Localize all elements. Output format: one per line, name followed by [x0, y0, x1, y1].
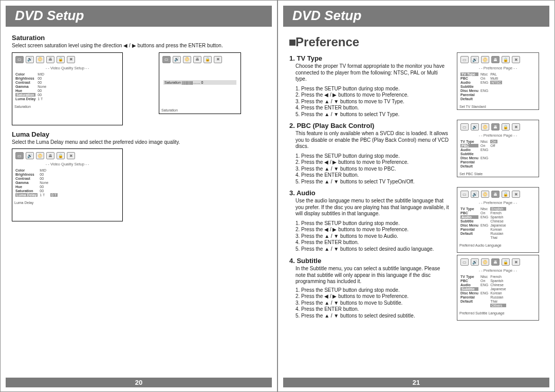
osd-header-text: - - Video Quality Setup - - — [14, 65, 120, 71]
luma-desc: Select the Luma Delay menu and select th… — [12, 139, 266, 146]
tv-icon: ▭ — [460, 123, 469, 130]
audio-title: 3. Audio — [289, 189, 453, 197]
tv-icon: ▭ — [15, 152, 24, 159]
osd-footer-2: Luma Delay — [14, 198, 120, 204]
page-left: DVD Setup Saturation Select screen satur… — [0, 0, 278, 392]
tv-type-title: 1. TV Type — [289, 54, 453, 62]
subtitle-desc: In the Subtitle menu, you can select a s… — [289, 266, 453, 285]
osd-header-text-2: - - Video Quality Setup - - — [14, 161, 120, 167]
audio-steps: 1. Press the SETUP button during stop mo… — [289, 220, 453, 253]
gear-icon: 🖶 — [491, 258, 499, 266]
gear-icon: 🖶 — [46, 152, 54, 159]
osd-tv-type: ▭🔊📀🖶🔒✖ - - Preference Page - - TV Type P… — [457, 52, 539, 110]
close-icon: ✖ — [512, 56, 520, 63]
close-icon: ✖ — [512, 191, 520, 198]
video-icon: 📀 — [36, 56, 44, 63]
osd-pbc: ▭🔊📀🖶🔒✖ - - Preference Page - - TV Type P… — [457, 120, 539, 177]
close-icon: ✖ — [512, 258, 520, 266]
speaker-icon: 🔊 — [26, 152, 34, 159]
subtitle-steps: 1. Press the SETUP button during stop mo… — [289, 287, 453, 320]
tv-icon: ▭ — [162, 56, 171, 63]
osd-audio: ▭🔊📀🖶🔒✖ - - Preference Page - - TV Type P… — [457, 187, 539, 253]
saturation-desc: Select screen saturation level using the… — [12, 43, 266, 49]
page-number-right: 21 — [283, 378, 549, 387]
pbc-steps: 1. Press the SETUP button during stop mo… — [289, 153, 453, 185]
video-icon: 📀 — [36, 152, 44, 159]
gear-icon: 🖶 — [491, 191, 499, 198]
osd-icon-bar-3: ▭ 🔊 📀 🖶 🔒 ✖ — [14, 151, 120, 161]
pbc-title: 2. PBC (Play Back Control) — [289, 122, 453, 129]
saturation-bar: Saturation ||||||||||||…… 0 — [163, 80, 236, 85]
close-icon: ✖ — [67, 152, 75, 159]
pbc-desc: This feature is only available when a SV… — [289, 130, 453, 150]
osd-video-quality-1: ▭ 🔊 📀 🖶 🔒 ✖ - - Video Quality Setup - - … — [12, 52, 123, 125]
page-number-left: 20 — [6, 378, 272, 387]
video-icon: 📀 — [481, 191, 489, 198]
saturation-title: Saturation — [12, 34, 266, 42]
tv-type-steps: 1. Press the SETUP button during stop mo… — [289, 86, 453, 118]
speaker-icon: 🔊 — [471, 258, 479, 266]
lock-icon: 🔒 — [502, 258, 510, 266]
lock-icon: 🔒 — [57, 152, 65, 159]
luma-title: Luma Delay — [12, 130, 266, 138]
subtitle-title: 4. Subtitle — [289, 257, 453, 265]
gear-icon: 🖶 — [193, 56, 201, 63]
video-icon: 📀 — [481, 123, 489, 130]
osd-icon-bar-2: ▭ 🔊 📀 🖶 🔒 ✖ — [161, 55, 238, 65]
osd-subtitle: ▭🔊📀🖶🔒✖ - - Preference Page - - TV Type P… — [457, 255, 539, 321]
lock-icon: 🔒 — [502, 123, 510, 130]
osd-icon-bar: ▭ 🔊 📀 🖶 🔒 ✖ — [14, 55, 120, 65]
page-header-right: DVD Setup — [283, 6, 549, 27]
gear-icon: 🖶 — [46, 56, 54, 63]
video-icon: 📀 — [481, 258, 489, 266]
page-header-left: DVD Setup — [6, 6, 272, 27]
lock-icon: 🔒 — [502, 191, 510, 198]
osd-video-quality-2: ▭ 🔊 📀 🖶 🔒 ✖ - - Video Quality Setup - - … — [12, 148, 123, 221]
speaker-icon: 🔊 — [471, 56, 479, 63]
audio-desc: Use the audio language menu to select th… — [289, 198, 453, 217]
gear-icon: 🖶 — [491, 56, 499, 63]
osd-label-col: Color Brightness Contrast Gamma Hue Satu… — [15, 72, 35, 101]
osd-footer-1: Saturation — [14, 102, 120, 108]
video-icon: 📀 — [183, 56, 191, 63]
tv-icon: ▭ — [460, 258, 469, 266]
close-icon: ✖ — [67, 56, 75, 63]
speaker-icon: 🔊 — [471, 191, 479, 198]
speaker-icon: 🔊 — [26, 56, 34, 63]
tv-icon: ▭ — [460, 56, 469, 63]
close-icon: ✖ — [214, 56, 222, 63]
tv-icon: ▭ — [460, 191, 469, 198]
video-icon: 📀 — [481, 56, 489, 63]
speaker-icon: 🔊 — [173, 56, 181, 63]
lock-icon: 🔒 — [203, 56, 212, 63]
speaker-icon: 🔊 — [471, 123, 479, 130]
osd-saturation-overlay: ▭ 🔊 📀 🖶 🔒 ✖ Saturation ||||||||||||…… 0 … — [159, 52, 241, 114]
preference-title: ■Preference — [289, 35, 543, 49]
tv-type-desc: Choose the proper TV format appropriate … — [289, 63, 453, 83]
close-icon: ✖ — [512, 123, 520, 130]
gear-icon: 🖶 — [491, 123, 499, 130]
lock-icon: 🔒 — [502, 56, 510, 63]
osd-val-col: MID 00 00 None 00 00 1 T — [38, 72, 46, 101]
lock-icon: 🔒 — [57, 56, 65, 63]
osd-overlay-footer: Saturation — [161, 105, 238, 112]
page-right: DVD Setup ■Preference 1. TV Type Choose … — [278, 0, 555, 392]
tv-icon: ▭ — [15, 56, 24, 63]
